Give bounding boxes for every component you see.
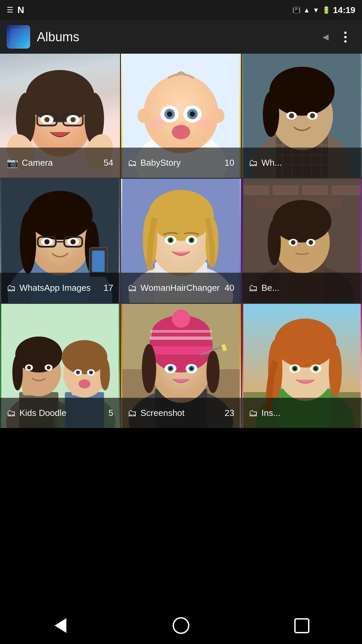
folder-icon-screenshot: 🗂 [128,408,137,419]
folder-icon-kids-doodle: 🗂 [7,408,16,419]
album-screenshot[interactable]: 🗂 Screenshot 23 [121,304,241,428]
album-screenshot-count: 23 [225,408,234,418]
svg-point-118 [79,379,90,388]
svg-point-131 [142,344,156,393]
svg-point-25 [150,119,167,129]
app-logo-inner [10,29,27,45]
svg-point-28 [213,109,224,123]
svg-point-138 [190,367,193,370]
svg-point-11 [44,117,50,122]
svg-rect-84 [256,198,283,208]
svg-point-137 [169,367,172,370]
svg-rect-64 [92,251,105,272]
album-whatsapp-images-overlay: 🗂 WhatsApp Images 17 [0,273,120,303]
album-kids-doodle-overlay: 🗂 Kids Doodle 5 [0,398,120,428]
album-womanhairchanger-overlay: 🗂 WomanHairChanger 40 [121,273,241,303]
svg-point-149 [329,345,342,397]
svg-point-53 [27,191,93,240]
vibrate-icon: 📳 [292,6,301,14]
svg-rect-81 [273,185,299,195]
album-ins-overlay: 🗂 Ins... [242,398,362,428]
status-bar-left: ☰ N [7,5,24,15]
album-be-name: Be... [261,283,352,293]
nav-back-icon [55,618,66,633]
svg-rect-128 [150,336,212,340]
album-best-partial[interactable]: 🗂 Be... [242,179,362,303]
album-camera[interactable]: 📷 Camera 54 [0,54,120,178]
more-options-button[interactable] [335,27,355,47]
svg-point-47 [310,113,315,118]
svg-point-154 [293,367,297,370]
svg-point-95 [308,240,313,245]
svg-point-94 [291,240,296,245]
svg-point-91 [268,220,281,265]
folder-icon-womanhairchanger: 🗂 [128,282,137,293]
svg-rect-82 [302,185,328,195]
folder-icon-whatsapp: 🗂 [7,282,16,293]
album-babystory-name: BabyStory [140,158,221,168]
album-babystory[interactable]: 🗂 BabyStory 10 [121,54,241,178]
album-womanhairchanger-count: 40 [225,283,234,293]
nav-recents-button[interactable] [288,612,315,639]
nav-back-button[interactable] [47,612,74,639]
nav-home-button[interactable] [168,612,194,639]
svg-point-26 [196,119,212,129]
folder-icon-be: 🗂 [249,282,258,293]
svg-rect-83 [331,185,361,195]
album-camera-name: Camera [22,158,100,168]
svg-point-42 [269,67,335,116]
album-be-overlay: 🗂 Be... [242,273,362,303]
svg-point-54 [20,211,36,273]
nav-bar [0,607,362,644]
svg-point-132 [206,351,220,393]
svg-point-70 [148,190,214,241]
svg-point-107 [27,366,31,370]
svg-point-17 [143,75,219,153]
album-womanhairchanger-name: WomanHairChanger [140,283,221,293]
svg-point-62 [70,239,76,245]
svg-point-78 [190,238,193,242]
album-whatsapp-partial[interactable]: 🗂 Wh... [242,54,362,178]
svg-point-103 [12,355,23,390]
folder-icon-ins: 🗂 [249,408,258,419]
dropdown-arrow-icon: ◀ [322,32,328,42]
svg-point-46 [289,113,294,118]
svg-rect-129 [150,330,212,333]
album-wh-overlay: 🗂 Wh... [242,148,362,178]
album-ins-partial[interactable]: 🗂 Ins... [242,304,362,428]
album-kids-doodle-count: 5 [109,408,113,418]
album-whatsapp-images-count: 17 [104,283,113,293]
svg-point-3 [26,70,94,122]
svg-point-147 [274,319,336,368]
album-camera-overlay: 📷 Camera 54 [0,148,120,178]
album-womanhairchanger[interactable]: 🗂 WomanHairChanger 40 [121,179,241,303]
page-title: Albums [37,30,319,44]
album-kids-doodle-name: Kids Doodle [19,408,105,418]
svg-point-113 [100,358,110,390]
signal-icon: ▲ [303,6,310,14]
svg-point-155 [314,367,317,370]
folder-icon-babystory: 🗂 [128,157,137,168]
app-logo [7,25,30,49]
status-bar: ☰ N 📳 ▲ ▼ 🔋 14:19 [0,0,362,20]
menu-dot-1 [344,32,347,34]
albums-grid: 📷 Camera 54 [0,54,362,428]
album-whatsapp-images[interactable]: 🗂 WhatsApp Images 17 [0,179,120,303]
svg-point-130 [172,310,190,328]
album-kids-doodle[interactable]: 🗂 Kids Doodle 5 [0,304,120,428]
svg-point-43 [263,91,279,137]
nav-recents-icon [294,618,309,633]
album-wh-name: Wh... [261,158,352,168]
album-screenshot-name: Screenshot [140,408,221,418]
svg-point-90 [273,200,331,243]
album-camera-count: 54 [104,158,113,168]
toolbar: Albums ◀ [0,20,362,54]
svg-point-105 [47,366,51,370]
n-logo-icon: N [17,5,24,15]
menu-dot-3 [344,40,347,43]
albums-grid-wrapper: 📷 Camera 54 [0,54,362,607]
status-bar-right: 📳 ▲ ▼ 🔋 14:19 [292,5,355,15]
svg-point-27 [138,109,149,123]
svg-point-22 [167,111,172,117]
wifi-icon: ▼ [313,6,319,14]
